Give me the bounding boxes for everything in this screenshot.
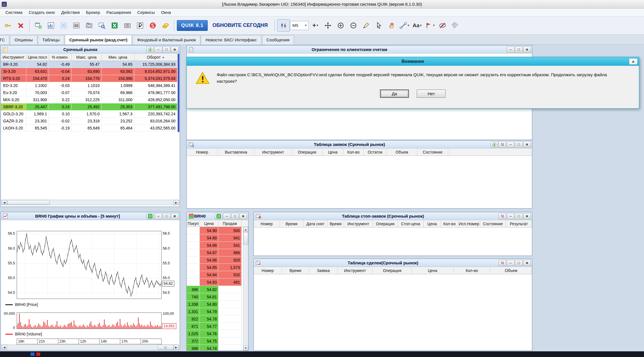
book-bid-row[interactable]: 1,33854.80	[187, 301, 248, 308]
futures-hscrollbar[interactable]: ◀ ▶	[1, 200, 179, 205]
maximize-button[interactable]: □	[163, 213, 170, 219]
futures-row[interactable]: LKOH-3.2065,545-0.1965,64965,46443,052,5…	[1, 125, 180, 132]
book-bid-row[interactable]: 38654.82	[187, 286, 248, 293]
book-ask-row[interactable]: 54.89941	[187, 234, 248, 242]
update-today-link[interactable]: ОБНОВИТЕ СЕГОДНЯ	[212, 22, 268, 28]
futures-row[interactable]: GAZR-3.2023,301-0.0223,31823,25283,016,2…	[1, 118, 180, 125]
column-header[interactable]: Результат	[506, 220, 532, 227]
book-ask-row[interactable]: 54.83481	[187, 279, 248, 286]
camera-icon[interactable]	[121, 19, 134, 32]
taskbar-icon[interactable]	[31, 352, 35, 356]
menu-item[interactable]: Окна	[158, 9, 174, 16]
no-button[interactable]: Нет	[417, 90, 446, 98]
column-header[interactable]: Инструмент	[255, 148, 292, 156]
stop-orders-titlebar[interactable]: Таблица стоп-заявок (Срочный рынок) – □ …	[254, 212, 532, 220]
chart-hscrollbar[interactable]: ◀ ||| ▶	[1, 345, 179, 350]
column-header[interactable]: Объем	[387, 148, 417, 156]
column-header[interactable]: Стоп-цена	[398, 220, 424, 227]
column-header[interactable]: Покуп	[187, 220, 200, 227]
candles-icon[interactable]	[277, 19, 290, 32]
snapshot-icon[interactable]	[83, 19, 95, 32]
scroll-left-icon[interactable]: ◀	[2, 345, 7, 350]
scroll-track[interactable]	[243, 245, 248, 345]
maximize-button[interactable]: □	[515, 260, 523, 266]
minimize-button[interactable]: –	[223, 213, 231, 219]
pan-icon[interactable]	[322, 19, 334, 32]
table-window-icon[interactable]	[70, 19, 83, 32]
dialog-titlebar[interactable]: Внимание ×	[187, 57, 639, 66]
book-bid-row[interactable]: 37254.75	[187, 337, 248, 345]
erase-objects-icon[interactable]	[449, 19, 461, 32]
stop-order-icon[interactable]	[147, 19, 159, 32]
book-bid-row[interactable]: 87154.77	[187, 323, 248, 330]
column-header[interactable]: Цена	[323, 148, 343, 156]
minimize-button[interactable]: –	[507, 260, 514, 266]
interval-select[interactable]: M5▾	[290, 21, 309, 30]
scroll-track[interactable]	[50, 200, 173, 205]
book-bid-row[interactable]: 1,02554.76	[187, 330, 248, 337]
column-header[interactable]: Операция	[373, 267, 412, 274]
futures-row[interactable]: RTS-3.20154,4700.24154,770153,9905,374,0…	[1, 75, 180, 82]
book-ask-row[interactable]: 54.88541	[187, 242, 248, 249]
column-header[interactable]: Время	[327, 220, 344, 227]
futures-row[interactable]: ED-3.201.1002-0.031.10101.0999548,384,39…	[1, 82, 180, 89]
tab-1[interactable]: РТС	[0, 35, 9, 44]
scroll-right-icon[interactable]: ▶	[173, 345, 179, 350]
menu-item[interactable]: Сервисы	[134, 9, 158, 16]
book-bid-row[interactable]: 92254.78	[187, 315, 248, 323]
draw-icon[interactable]	[360, 19, 372, 32]
column-header[interactable]: Дата снят	[304, 220, 327, 227]
minimize-button[interactable]: –	[507, 213, 514, 219]
column-header[interactable]: Цена	[412, 267, 454, 274]
book-bid-row[interactable]: 74054.81	[187, 293, 248, 301]
close-button[interactable]: ×	[171, 46, 179, 53]
menu-item[interactable]: Расширения	[103, 9, 134, 16]
zoom-in-icon[interactable]	[334, 19, 347, 32]
book-ask-row[interactable]: 54.84532	[187, 271, 248, 279]
menu-item[interactable]: Система	[2, 9, 25, 16]
column-header[interactable]: Цена	[200, 220, 218, 227]
column-header[interactable]: Кол-во	[441, 220, 458, 227]
book-bid-row[interactable]: 1,33154.79	[187, 308, 248, 315]
time-axis[interactable]: 18h21h23h12h14h17h20h	[17, 339, 162, 344]
column-header[interactable]: Кол-во	[454, 267, 491, 274]
coins-icon[interactable]	[159, 19, 172, 32]
column-header[interactable]: Заявка	[309, 267, 338, 274]
tab-7[interactable]: Сообщения	[262, 35, 294, 44]
trend-line-icon[interactable]: ▾	[398, 19, 411, 32]
limits-window-titlebar[interactable]: Ограничения по клиентским счетам – □ ×	[187, 46, 532, 54]
column-header[interactable]: Оборот▲	[134, 54, 177, 61]
column-header[interactable]: Макс. цена	[72, 54, 102, 61]
book-ask-row[interactable]: 54.90500	[187, 227, 248, 234]
menu-item[interactable]: Создать окно	[25, 9, 58, 16]
menu-item[interactable]: Брокер	[83, 9, 103, 16]
book-ask-row[interactable]: 54.86920	[187, 256, 248, 264]
column-header[interactable]: Инструмент	[1, 54, 26, 61]
tab-3[interactable]: Таблицы	[38, 35, 64, 44]
dialog-close-button[interactable]: ×	[629, 58, 637, 65]
column-header[interactable]: Состояние	[480, 220, 506, 227]
column-header[interactable]: Время	[280, 220, 304, 227]
yes-button[interactable]: Да	[380, 90, 409, 98]
ruble-icon[interactable]	[134, 19, 146, 32]
column-header[interactable]: Инструмент	[338, 267, 372, 274]
scroll-thumb[interactable]: |||	[158, 345, 173, 350]
futures-row[interactable]: MIX-3.20311,9000.22312,225311,000428,852…	[1, 96, 180, 103]
maximize-button[interactable]: □	[515, 213, 523, 219]
book-vscrollbar[interactable]: ▲ ▼	[243, 227, 248, 350]
tab-4[interactable]: Срочный рынок (разд.счет)	[65, 35, 132, 44]
pointer-icon[interactable]	[373, 19, 385, 32]
book-ask-row[interactable]: 54.851,573	[187, 264, 248, 271]
column-header[interactable]: Продаж	[218, 220, 242, 227]
tab-6[interactable]: Новости: БКС/ Интерфакс	[201, 35, 261, 44]
close-button[interactable]: ×	[523, 46, 531, 53]
menu-item[interactable]: Действия	[58, 9, 83, 16]
column-header[interactable]: Операция	[373, 220, 398, 227]
futures-row[interactable]: BR-3.2054.82-0.4955.4754.6515,725,008,38…	[1, 61, 180, 68]
column-header[interactable]: Номер	[254, 220, 280, 227]
new-window-icon[interactable]	[32, 19, 44, 32]
maximize-button[interactable]: □	[163, 46, 170, 53]
disconnect-icon[interactable]	[14, 19, 27, 32]
futures-row[interactable]: Eu-3.2070,003-0.0770,07469,986478,961,77…	[1, 89, 180, 96]
column-header[interactable]: Объем	[490, 267, 532, 274]
